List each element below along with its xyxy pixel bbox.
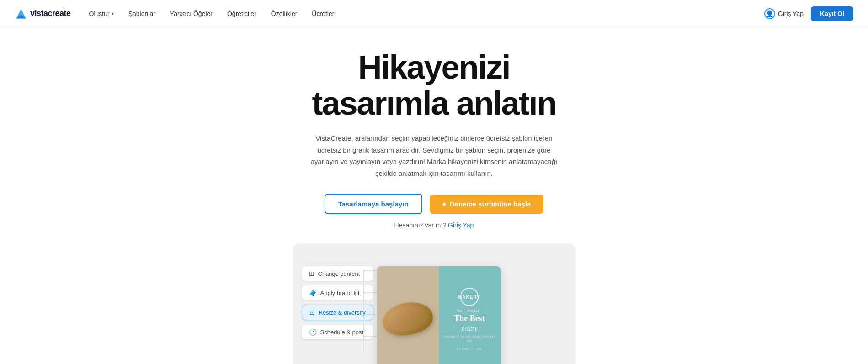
start-designing-button[interactable]: Tasarlamaya başlayın bbox=[325, 194, 422, 214]
nav-item-ucretler[interactable]: Ücretler bbox=[312, 10, 334, 17]
feature-schedule[interactable]: 🕐 Schedule & post bbox=[302, 325, 373, 339]
apply-brand-icon: 🧳 bbox=[309, 289, 317, 296]
nav-item-ozellikler[interactable]: Özellikler bbox=[271, 10, 298, 17]
design-tag: WE MADE bbox=[458, 309, 481, 313]
user-icon: 👤 bbox=[764, 8, 775, 19]
nav-item-sablonlar[interactable]: Şablonlar bbox=[128, 10, 155, 17]
navbar: vistacreate Oluştur ▾ Şablonlar Yaratıcı… bbox=[0, 0, 868, 27]
hero-section: Hikayenizi tasarımla anlatın VistaCreate… bbox=[0, 27, 868, 229]
nav-links: Oluştur ▾ Şablonlar Yaratıcı Öğeler Öğre… bbox=[89, 10, 764, 17]
hero-title: Hikayenizi tasarımla anlatın bbox=[9, 49, 859, 121]
pastry-image bbox=[380, 299, 435, 339]
logo[interactable]: vistacreate bbox=[15, 7, 71, 20]
schedule-icon: 🕐 bbox=[309, 328, 317, 336]
signin-link[interactable]: Giriş Yap bbox=[448, 222, 474, 229]
design-subtext: Visit any of our cafe locations to try i… bbox=[443, 334, 496, 343]
design-footer-url: BAKERY.COM bbox=[457, 347, 482, 350]
diamond-icon: ♦ bbox=[442, 200, 446, 208]
bakery-badge: BAKERY bbox=[460, 288, 479, 306]
resize-icon: ⊡ bbox=[309, 309, 315, 316]
design-preview-card: BAKERY WE MADE The Best pastry Visit any… bbox=[377, 266, 501, 364]
design-headline: The Best bbox=[454, 314, 485, 323]
signup-button[interactable]: Kayıt Ol bbox=[811, 6, 853, 21]
logo-text: vistacreate bbox=[30, 9, 71, 18]
nav-right: 👤 Giriş Yap Kayıt Ol bbox=[764, 6, 853, 21]
hero-subtitle: VistaCreate, aralarından seçim yapabilec… bbox=[306, 132, 562, 179]
hero-buttons: Tasarlamaya başlayın ♦ Deneme sürümüne b… bbox=[9, 194, 859, 214]
feature-change-content[interactable]: ⊞ Change content bbox=[302, 266, 373, 281]
design-card-left bbox=[377, 266, 439, 364]
demo-container: ⊞ Change content 🧳 Apply brand kit ⊡ Res… bbox=[293, 243, 576, 364]
nav-item-ogreticiler[interactable]: Öğreticiler bbox=[227, 10, 256, 17]
demo-section: ⊞ Change content 🧳 Apply brand kit ⊡ Res… bbox=[0, 243, 868, 364]
design-card-right: BAKERY WE MADE The Best pastry Visit any… bbox=[439, 266, 501, 364]
change-content-icon: ⊞ bbox=[309, 270, 314, 277]
feature-pills: ⊞ Change content 🧳 Apply brand kit ⊡ Res… bbox=[302, 266, 373, 339]
nav-item-yaratici[interactable]: Yaratıcı Öğeler bbox=[170, 10, 213, 17]
nav-item-olustur[interactable]: Oluştur ▾ bbox=[89, 10, 114, 17]
trial-button[interactable]: ♦ Deneme sürümüne başla bbox=[430, 195, 544, 214]
feature-apply-brand[interactable]: 🧳 Apply brand kit bbox=[302, 285, 373, 300]
login-link[interactable]: 👤 Giriş Yap bbox=[764, 8, 804, 19]
logo-icon bbox=[15, 7, 27, 20]
feature-resize[interactable]: ⊡ Resize & diversify bbox=[302, 305, 373, 320]
design-script-word: pastry bbox=[462, 325, 478, 332]
chevron-down-icon: ▾ bbox=[112, 11, 114, 16]
signin-hint-area: Hesabınız var mı? Giriş Yap bbox=[9, 222, 859, 229]
bakery-label: BAKERY bbox=[458, 295, 480, 300]
